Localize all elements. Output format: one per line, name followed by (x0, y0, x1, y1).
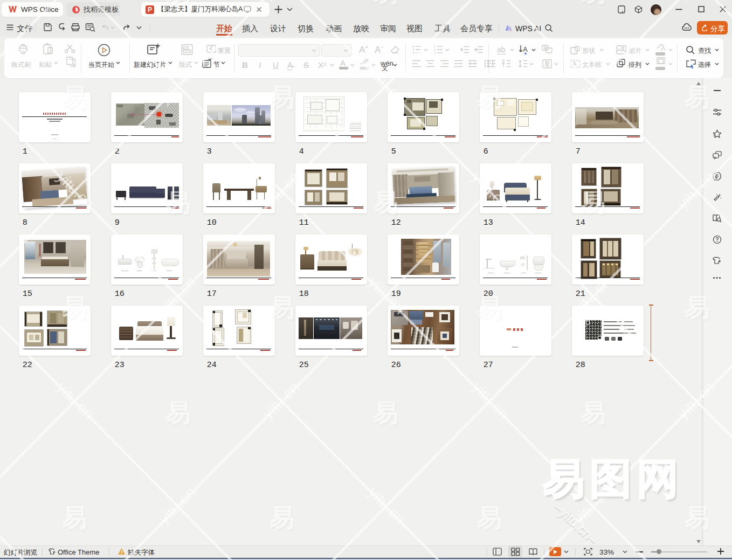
svg-text:A: A (573, 61, 577, 67)
svg-text:3: 3 (434, 51, 436, 54)
svg-text:A: A (523, 45, 528, 53)
